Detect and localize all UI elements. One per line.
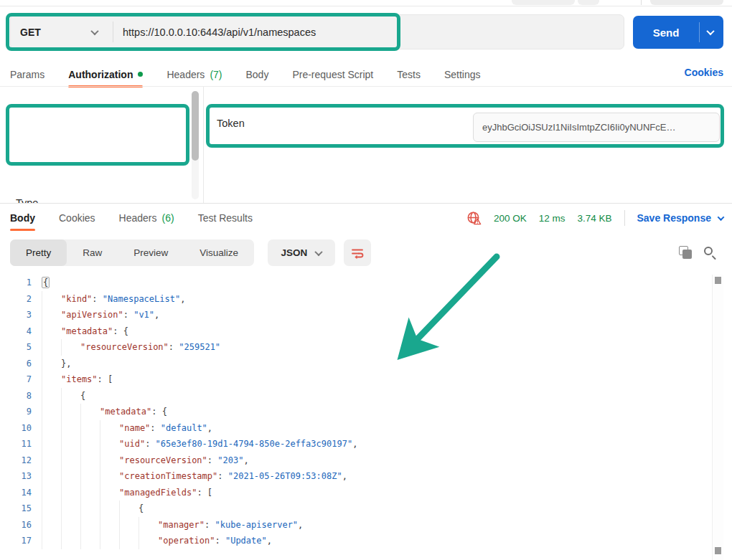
json-punctuation: : xyxy=(217,471,227,481)
tab-label: Body xyxy=(246,69,269,80)
cookies-link[interactable]: Cookies xyxy=(685,67,723,78)
search-button[interactable] xyxy=(703,246,718,260)
json-value: "203" xyxy=(217,455,243,465)
json-key: "items" xyxy=(61,374,98,384)
indent-guide xyxy=(100,468,119,485)
indent-guide xyxy=(61,404,80,420)
json-punctuation: : [ xyxy=(197,488,212,498)
tab-headers[interactable]: Headers(7) xyxy=(166,69,222,80)
tab-body[interactable]: Body xyxy=(246,69,269,80)
json-punctuation: : xyxy=(150,423,160,433)
json-key: "operation" xyxy=(158,536,215,546)
json-value: "kube-apiserver" xyxy=(215,520,298,530)
json-punctuation: : xyxy=(207,455,217,465)
tab-label: Body xyxy=(10,212,35,224)
tab-params[interactable]: Params xyxy=(10,69,44,80)
view-tab-raw[interactable]: Raw xyxy=(67,239,118,266)
json-punctuation: : xyxy=(123,310,133,320)
indent-guide xyxy=(119,517,139,533)
json-value: "Update" xyxy=(225,536,267,546)
line-number: 14 xyxy=(0,488,42,498)
indent-guide xyxy=(42,356,61,372)
url-input[interactable]: https://10.0.0.10:6443/api/v1/namespaces xyxy=(123,14,316,49)
line-number: 1 xyxy=(0,277,42,288)
indent-guide xyxy=(80,517,100,533)
response-tab-body[interactable]: Body xyxy=(10,212,35,224)
wrap-text-button[interactable] xyxy=(344,239,371,266)
response-tab-test-results[interactable]: Test Results xyxy=(198,212,253,224)
json-key: "manager" xyxy=(158,520,205,530)
auth-panel-divider xyxy=(203,87,204,203)
indent-guide xyxy=(42,291,61,308)
json-punctuation: : xyxy=(205,520,215,530)
indent-guide xyxy=(42,371,61,388)
code-scrollbar-thumb[interactable] xyxy=(715,547,721,554)
tab-authorization[interactable]: Authorization xyxy=(68,69,143,80)
response-meta: 200 OK 12 ms 3.74 KB Save Response xyxy=(466,207,723,229)
response-tab-headers[interactable]: Headers(6) xyxy=(119,212,174,224)
code-line: 4"metadata": { xyxy=(0,323,712,340)
json-punctuation: : [ xyxy=(98,374,113,384)
tab-label: Params xyxy=(10,69,44,80)
json-punctuation: : xyxy=(92,294,102,304)
token-input[interactable]: eyJhbGciOiJSUzI1NiIsImtpZCI6Ii0yNUNFcE… xyxy=(473,113,720,142)
indent-guide xyxy=(80,452,100,469)
network-warning-icon[interactable] xyxy=(466,211,482,226)
indent-guide xyxy=(42,452,61,469)
indent-guide xyxy=(100,420,119,437)
code-line: 6}, xyxy=(0,356,712,372)
tab-count-badge: (6) xyxy=(162,212,174,224)
line-number: 12 xyxy=(0,455,42,465)
line-number: 13 xyxy=(0,471,42,481)
copy-icon xyxy=(682,250,692,259)
code-line: 11"uid": "65e3ef80-19d1-4794-850e-2effa3… xyxy=(0,436,712,452)
toolbar-divider xyxy=(641,0,642,5)
line-number: 9 xyxy=(0,407,42,417)
json-key: "apiVersion" xyxy=(61,310,123,320)
indent-guide xyxy=(100,452,119,469)
view-tab-preview[interactable]: Preview xyxy=(118,239,184,266)
line-number: 2 xyxy=(0,294,42,304)
json-key: "managedFields" xyxy=(119,488,197,498)
meta-divider xyxy=(624,210,625,226)
format-dropdown[interactable]: JSON xyxy=(268,239,335,266)
method-url-divider xyxy=(113,22,113,42)
auth-type-label: Type xyxy=(16,197,38,203)
view-tab-visualize[interactable]: Visualize xyxy=(184,239,254,266)
copy-button[interactable] xyxy=(679,246,693,260)
indent-guide xyxy=(42,436,61,452)
format-value: JSON xyxy=(281,247,308,258)
auth-scrollbar-thumb[interactable] xyxy=(192,91,199,161)
view-tab-pretty[interactable]: Pretty xyxy=(10,239,67,266)
code-scrollbar-thumb[interactable] xyxy=(715,277,721,284)
indent-guide xyxy=(80,468,100,485)
wrap-text-icon xyxy=(350,246,365,260)
json-key: "resourceVersion" xyxy=(80,342,169,352)
save-response-button[interactable]: Save Response xyxy=(637,212,724,224)
tab-tests[interactable]: Tests xyxy=(397,69,421,80)
json-punctuation: }, xyxy=(61,359,71,369)
response-body-code[interactable]: 1{2"kind": "NamespaceList",3"apiVersion"… xyxy=(0,275,712,560)
indent-guide xyxy=(61,485,80,501)
token-value: eyJhbGciOiJSUzI1NiIsImtpZCI6Ii0yNUNFcE… xyxy=(482,122,675,133)
toolbar-remnant xyxy=(578,0,599,5)
json-punctuation: { xyxy=(42,277,50,288)
indent-guide xyxy=(61,339,80,356)
indent-guide xyxy=(42,485,61,501)
tab-pre-request-script[interactable]: Pre-request Script xyxy=(292,69,373,80)
send-button[interactable]: Send xyxy=(633,16,723,49)
send-split-divider xyxy=(699,22,700,42)
code-line: 9"metadata": { xyxy=(0,404,712,420)
json-punctuation: , xyxy=(243,455,248,465)
indent-guide xyxy=(61,468,80,485)
tab-settings[interactable]: Settings xyxy=(444,69,481,80)
chevron-down-icon xyxy=(315,247,323,255)
response-tab-cookies[interactable]: Cookies xyxy=(59,212,95,224)
code-line: 14"managedFields": [ xyxy=(0,485,712,501)
tab-count-badge: (7) xyxy=(210,69,222,80)
status-badge: 200 OK xyxy=(494,213,527,224)
active-auth-dot xyxy=(138,72,143,77)
json-punctuation: : { xyxy=(151,407,167,417)
json-punctuation: , xyxy=(207,423,212,433)
chevron-down-icon xyxy=(706,27,714,35)
